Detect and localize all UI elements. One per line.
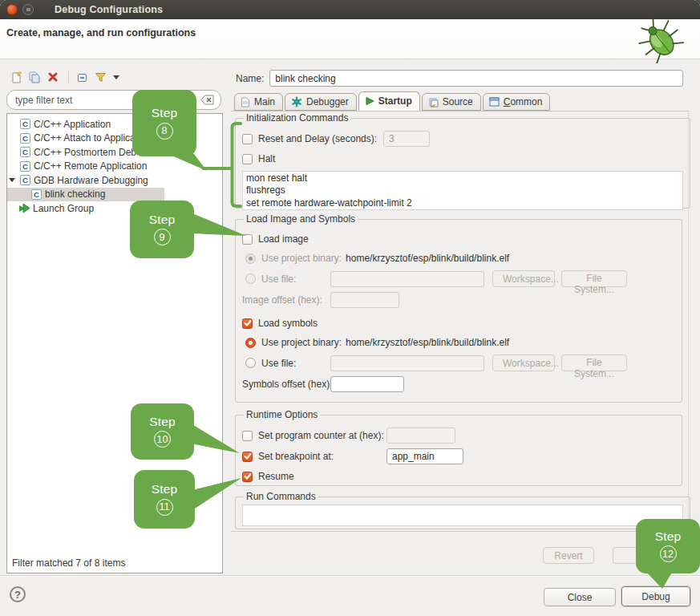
load-image-checkbox[interactable]: [242, 234, 253, 245]
symbols-project-binary-path: home/krzysztof/esp/blink/build/blink.elf: [346, 337, 509, 348]
group-legend: Runtime Options: [244, 409, 320, 420]
symbols-project-binary-label: Use project binary:: [261, 337, 342, 348]
image-project-binary-radio[interactable]: [245, 253, 256, 264]
filter-status: Filter matched 7 of 8 items: [12, 557, 125, 569]
tree-item-cpp-remote[interactable]: C C/C++ Remote Application: [7, 160, 222, 174]
tab-label: Debugger: [306, 96, 349, 107]
symbols-workspace-button[interactable]: Workspace...: [492, 355, 555, 371]
tab-main[interactable]: Main: [234, 93, 283, 111]
set-pc-checkbox[interactable]: [242, 431, 253, 441]
close-button[interactable]: Close: [544, 588, 616, 606]
halt-row: Halt: [242, 152, 683, 166]
run-commands-textarea[interactable]: [242, 505, 683, 526]
filter-configurations-icon[interactable]: [92, 70, 108, 84]
breakpoint-input[interactable]: [386, 448, 463, 464]
window-close-button[interactable]: [6, 4, 18, 15]
image-offset-input[interactable]: [330, 292, 399, 308]
set-pc-row: Set program counter at (hex):: [242, 428, 675, 444]
name-row: Name:: [236, 70, 683, 87]
image-workspace-button[interactable]: Workspace...: [492, 270, 555, 287]
tree-item-label: C/C++ Attach to Applica: [34, 132, 136, 144]
symbols-offset-input[interactable]: [330, 376, 404, 392]
beetle-icon: [629, 17, 692, 63]
load-image-label: Load image: [258, 233, 309, 245]
resume-checkbox[interactable]: [242, 472, 253, 482]
tree-item-label: blink checking: [45, 188, 105, 200]
debug-button[interactable]: Debug: [621, 586, 690, 606]
name-label: Name:: [236, 73, 264, 84]
step-label: Step: [655, 530, 682, 543]
set-breakpoint-row: Set breakpoint at:: [242, 448, 675, 464]
tab-debugger[interactable]: Debugger: [285, 93, 357, 111]
window-minimize-button[interactable]: [22, 4, 34, 15]
symbols-filesystem-button[interactable]: File System...: [561, 355, 627, 371]
image-use-file-label: Use file:: [261, 274, 330, 285]
set-breakpoint-label: Set breakpoint at:: [258, 451, 386, 462]
image-filesystem-button[interactable]: File System...: [561, 270, 627, 287]
symbols-project-binary-radio[interactable]: [245, 338, 256, 348]
delete-configuration-icon[interactable]: [45, 70, 61, 84]
symbols-use-file-radio[interactable]: [245, 358, 256, 368]
step-number: 10: [154, 431, 171, 448]
initialization-commands-group: Initialization Commands Reset and Delay …: [235, 112, 690, 209]
reset-delay-checkbox[interactable]: [242, 134, 253, 144]
reset-delay-input[interactable]: [383, 131, 430, 147]
tab-label: Source: [443, 96, 473, 107]
new-configuration-icon[interactable]: [8, 70, 24, 84]
c-launch-icon: C: [20, 175, 30, 185]
halt-label: Halt: [258, 153, 275, 164]
window-title: Debug Configurations: [55, 4, 163, 15]
expanded-arrow-icon[interactable]: [9, 178, 15, 182]
tab-source[interactable]: Source: [422, 93, 481, 111]
toolbar-dropdown-arrow-icon[interactable]: [113, 75, 119, 79]
halt-checkbox[interactable]: [242, 154, 253, 164]
symbols-file-input[interactable]: [330, 355, 484, 371]
common-tab-icon: [489, 97, 500, 107]
source-tab-icon: [428, 97, 439, 107]
editor-tabs: Main Debugger Startup Source Common: [234, 91, 552, 111]
name-input[interactable]: [269, 70, 683, 87]
tree-item-blink-checking[interactable]: C blink checking: [7, 188, 164, 202]
image-offset-label: Image offset (hex):: [242, 294, 330, 306]
tab-label: Common: [504, 96, 543, 107]
collapse-all-icon[interactable]: [74, 70, 90, 84]
step-number: 9: [154, 229, 171, 245]
c-launch-icon: C: [31, 189, 42, 200]
toolbar-separator: [68, 71, 69, 83]
init-commands-textarea[interactable]: mon reset halt flushregs set remote hard…: [242, 171, 683, 210]
duplicate-configuration-icon[interactable]: [26, 70, 42, 84]
symbols-use-file-row: Use file: Workspace... File System...: [242, 355, 675, 371]
dialog-header: Create, manage, and run configurations: [0, 19, 700, 59]
configuration-editor: Name: Main Debugger Startup Source: [231, 67, 694, 568]
set-breakpoint-checkbox[interactable]: [242, 452, 253, 462]
tab-label: Startup: [378, 95, 412, 107]
help-button[interactable]: ?: [10, 586, 26, 602]
image-project-binary-path: home/krzysztof/esp/blink/build/blink.elf: [346, 253, 509, 264]
resume-label: Resume: [258, 471, 294, 482]
load-image-symbols-group: Load Image and Symbols Load image Use pr…: [235, 213, 682, 403]
load-symbols-label: Load symbols: [258, 318, 318, 329]
load-image-row: Load image: [242, 232, 675, 246]
image-file-input[interactable]: [330, 271, 484, 287]
configurations-toolbar: [8, 69, 119, 85]
tab-common[interactable]: Common: [483, 93, 551, 111]
step-label: Step: [149, 213, 176, 226]
revert-button[interactable]: Revert: [543, 547, 594, 564]
load-symbols-checkbox[interactable]: [242, 318, 253, 329]
runtime-options-group: Runtime Options Set program counter at (…: [235, 409, 682, 486]
tree-item-label: C/C++ Application: [34, 119, 111, 130]
symbols-offset-label: Symbols offset (hex):: [242, 379, 330, 390]
set-pc-input[interactable]: [386, 428, 455, 444]
group-legend: Initialization Commands: [244, 112, 350, 124]
set-pc-label: Set program counter at (hex):: [258, 430, 386, 441]
reset-delay-row: Reset and Delay (seconds):: [242, 131, 683, 147]
c-launch-icon: C: [20, 133, 30, 144]
image-use-file-row: Use file: Workspace... File System...: [242, 270, 675, 287]
step-11-callout: Step 11: [134, 470, 195, 529]
tab-startup[interactable]: Startup: [358, 91, 420, 111]
tree-item-gdb-hardware[interactable]: C GDB Hardware Debugging: [7, 173, 222, 188]
clear-filter-icon[interactable]: [200, 95, 214, 105]
main-tab-icon: [241, 97, 250, 107]
image-use-file-radio[interactable]: [245, 274, 256, 284]
tree-item-label: C/C++ Remote Application: [34, 160, 147, 172]
